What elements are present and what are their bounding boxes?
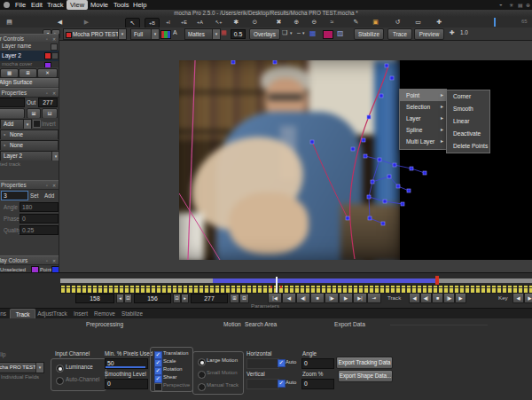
quality-field[interactable]: 0.25 [20,225,59,235]
horizontal-auto-checkbox[interactable] [278,359,286,367]
preview-button[interactable]: Preview [414,28,444,40]
menu-edit[interactable]: Edit [31,0,43,10]
pan-tool-icon[interactable]: ✱ [230,18,243,27]
viewer-zoom-icon[interactable]: ✚ [450,29,455,36]
smoothing-field[interactable]: 0 [105,379,148,389]
next-key-button[interactable]: ▶ [524,293,532,303]
tab-lens[interactable]: Lens [0,309,7,318]
rotate-view-icon[interactable]: ↺ [391,18,404,27]
view-mode-selector[interactable]: Full ▾ [130,28,160,40]
manual-track-radio[interactable] [198,383,206,391]
track-back-one-button[interactable]: ◀| [420,293,432,303]
status-icon-2[interactable]: ✳ [509,2,513,8]
context-menu-item-layer[interactable]: Layer [400,113,446,124]
phase-field[interactable]: 0 [20,214,59,224]
layer-row[interactable]: mocha cover [0,61,59,67]
input-clip-selector[interactable]: Mocha PRO TEST ▾ [0,362,44,373]
large-motion-radio[interactable] [198,358,206,366]
play-backwards-button[interactable]: ◀| [296,293,310,303]
invert-checkbox[interactable] [33,120,41,128]
track-forwards-button[interactable]: ▶ [455,293,466,303]
next-frame-button[interactable]: ▶| [353,293,367,303]
submenu-item-corner[interactable]: Corner [447,90,489,103]
layer-color-swatch[interactable] [44,52,51,59]
matte-view-icon[interactable]: ▦ [221,29,227,36]
zoom-percent-field[interactable]: 0 [301,379,334,389]
timeline-zoom-in-button[interactable]: ⊞ [230,294,239,303]
undo-icon[interactable]: ◀ [53,18,66,27]
submenu-item-linear[interactable]: Linear [447,115,489,128]
min-pixels-field[interactable]: 50 [105,358,148,369]
insert-clip-selector-2[interactable]: ● None ▾ [0,140,59,150]
insert-point-tool[interactable]: ⊕ [290,18,303,27]
small-motion-radio[interactable] [198,371,206,379]
track-stop-button[interactable]: ■ [432,293,443,303]
goto-end-button[interactable]: ⇥ [367,293,381,303]
status-icon-1[interactable]: ◒ [499,2,503,7]
set-in-button[interactable]: ⊡ [124,294,132,303]
playhead[interactable] [276,277,278,293]
export-shape-data-button[interactable]: Export Shape Data... [338,370,393,382]
out-point-field[interactable]: 277 [38,98,58,107]
tab-remove[interactable]: Remove [92,309,117,318]
clip-selector[interactable]: Mocha PRO TEST ▾ [63,28,127,40]
move-layer-up-button[interactable]: ⊞ [27,108,41,118]
show-mattes-icon[interactable]: ▣ [369,18,382,27]
menu-track[interactable]: Track [47,0,63,10]
vertical-auto-checkbox[interactable] [278,380,286,388]
rgb-channels-icon[interactable] [160,30,171,39]
timeline-zoom-out-button[interactable]: ⊟ [239,294,249,303]
add-button[interactable]: Add [44,191,54,200]
auto-channel-radio[interactable] [56,377,64,385]
delete-layer-button[interactable]: ✕ [37,68,58,77]
prev-key-button[interactable]: ◀ [512,293,524,303]
track-backwards-button[interactable]: ◀ [409,293,420,303]
panel-close-icon[interactable]: ✕ [52,182,56,190]
redo-icon[interactable]: ▶ [80,18,93,27]
status-icon-3[interactable]: ▤ [518,2,523,8]
tab-adjusttrack[interactable]: AdjustTrack [35,309,69,318]
luminance-radio[interactable] [56,365,64,373]
zoom-tool-icon[interactable]: ⊙ [248,18,262,27]
apple-menu-icon[interactable] [4,2,10,8]
menu-tools[interactable]: Tools [113,0,129,10]
add-point-tool[interactable]: ↖+ [212,18,225,27]
current-frame-field[interactable]: 156 [134,294,171,303]
spline-colour-swatch[interactable] [323,30,333,39]
new-layer-button[interactable]: ▦ [0,68,19,77]
status-icon-4[interactable]: ⊕ [526,2,530,8]
tab-stabilize[interactable]: Stabilize [119,309,145,318]
create-xspline-i-tool[interactable]: +I [161,18,175,27]
angle-field[interactable]: 0 [301,358,334,369]
submenu-item-smooth[interactable]: Smooth [447,103,489,115]
create-xspline-e-tool[interactable]: +E [177,18,191,27]
save-icon[interactable]: ▤ [3,18,16,27]
perspective-checkbox[interactable] [154,383,162,391]
align-surface-button[interactable]: Align Surface [0,77,59,87]
frame-value-field[interactable]: 3 [1,191,28,200]
out-frame-field[interactable]: 277 [191,294,228,303]
menu-help[interactable]: Help [133,0,146,10]
set-out-button[interactable]: ⊡ [173,294,181,303]
submenu-item-delete-points[interactable]: Delete Points [447,140,489,153]
goto-out-button[interactable]: ▸ [181,294,189,303]
angle-field[interactable]: 180 [20,202,59,212]
insert-clip-selector-1[interactable]: ● None ▾ [0,129,59,139]
trace-button[interactable]: Trace [387,28,412,40]
pen-tool-icon[interactable]: ✎ [349,18,363,27]
export-tracking-data-button[interactable]: Export Tracking Data ... [336,357,393,369]
zoom-minus-icon[interactable]: – [297,29,301,35]
context-menu-item-point[interactable]: Point [400,90,446,101]
tab-insert[interactable]: Insert [71,309,90,318]
horizontal-field[interactable] [246,358,279,369]
goto-in-button[interactable]: ◂ [116,294,124,303]
context-menu-item-spline[interactable]: Spline [400,124,446,136]
vertical-field[interactable] [246,379,279,389]
layer-visibility-toggle[interactable] [51,52,59,59]
move-tool-icon[interactable]: ✚ [433,18,446,27]
create-xspline-a-tool[interactable]: +A [193,18,207,27]
alpha-channel-icon[interactable]: A [173,29,177,35]
duplicate-layer-button[interactable]: ⊞ [19,68,37,77]
track-fwd-one-button[interactable]: |▶ [443,293,455,303]
mask-view-icon[interactable]: ▨ [337,29,344,37]
